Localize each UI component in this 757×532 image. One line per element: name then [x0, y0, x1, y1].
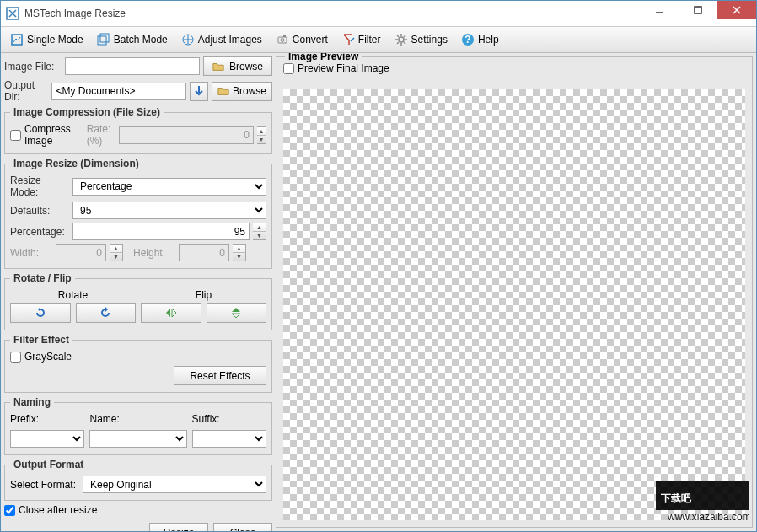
minimize-button[interactable] — [640, 1, 679, 19]
width-label: Width: — [10, 247, 52, 259]
output-dir-browse-button[interactable]: Browse — [212, 82, 272, 101]
resize-mode-select[interactable]: Percentage — [72, 178, 266, 196]
left-panel: Image File: Browse Output Dir: Browse — [4, 56, 272, 528]
select-format-select[interactable]: Keep Original — [83, 476, 266, 493]
close-button[interactable]: Close — [213, 523, 272, 531]
rotate-flip-legend: Rotate / Flip — [10, 272, 75, 284]
svg-rect-2 — [695, 7, 701, 13]
single-mode-button[interactable]: Single Mode — [4, 30, 89, 50]
svg-text:?: ? — [464, 34, 470, 46]
rotate-ccw-icon — [34, 306, 47, 320]
adjust-images-label: Adjust Images — [198, 34, 262, 46]
compress-rate-label: Rate: (%) — [87, 123, 115, 147]
compress-image-checkbox[interactable] — [10, 130, 21, 141]
reset-effects-button[interactable]: Reset Effects — [174, 366, 266, 385]
image-file-label: Image File: — [4, 61, 62, 73]
window-title: MSTech Image Resize — [24, 8, 126, 19]
maximize-button[interactable] — [679, 1, 717, 19]
output-dir-go-button[interactable] — [190, 82, 208, 101]
defaults-select[interactable]: 95 — [72, 202, 266, 219]
grayscale-checkbox[interactable] — [10, 352, 21, 363]
resize-legend: Image Resize (Dimension) — [10, 158, 142, 169]
width-spinner: ▲▼ — [110, 244, 123, 261]
resize-button[interactable]: Resize — [149, 523, 208, 531]
naming-legend: Naming — [10, 396, 54, 408]
suffix-select[interactable] — [192, 430, 266, 448]
main-toolbar: Single Mode Batch Mode Adjust Images Con… — [1, 26, 756, 53]
height-spinner: ▲▼ — [233, 244, 246, 261]
preview-final-image-checkbox[interactable] — [283, 63, 294, 74]
flip-label: Flip — [141, 289, 266, 303]
close-after-resize-label: Close after resize — [19, 504, 97, 516]
preview-canvas — [283, 89, 745, 520]
rotate-flip-group: Rotate / Flip Rotate Flip — [4, 272, 272, 330]
filter-icon — [341, 33, 355, 46]
resize-mode-label: Resize Mode: — [10, 175, 69, 198]
single-mode-icon — [10, 33, 24, 46]
single-mode-label: Single Mode — [27, 34, 83, 46]
svg-text:下载吧: 下载吧 — [660, 492, 692, 504]
application-window: MSTech Image Resize Single Mode Batch Mo… — [0, 0, 757, 532]
help-label: Help — [478, 34, 499, 46]
grayscale-label: GrayScale — [24, 351, 72, 363]
output-dir-input[interactable] — [51, 83, 186, 100]
prefix-label: Prefix: — [10, 413, 84, 425]
compression-group: Image Compression (File Size) Compress I… — [4, 106, 272, 154]
percentage-label: Percentage: — [10, 226, 69, 238]
preview-final-image-label: Preview Final Image — [298, 62, 389, 74]
svg-rect-7 — [100, 34, 109, 42]
help-button[interactable]: ? Help — [455, 30, 505, 50]
name-select[interactable] — [89, 430, 186, 448]
svg-line-23 — [404, 35, 405, 37]
batch-mode-label: Batch Mode — [114, 34, 168, 46]
svg-line-20 — [397, 35, 399, 37]
compress-image-label: Compress Image — [24, 123, 77, 147]
folder-icon — [217, 85, 229, 97]
image-file-browse-button[interactable]: Browse — [203, 56, 272, 76]
close-window-button[interactable] — [717, 1, 756, 19]
rotate-cw-icon — [99, 306, 112, 320]
height-label: Height: — [133, 247, 175, 259]
output-format-legend: Output Format — [10, 459, 87, 470]
naming-group: Naming Prefix: Name: Suffix: — [4, 396, 272, 455]
image-preview-group: Image Preview Preview Final Image 下载吧www… — [276, 56, 753, 528]
rotate-ccw-button[interactable] — [10, 303, 71, 323]
svg-rect-6 — [98, 36, 106, 45]
image-file-input[interactable] — [65, 57, 200, 75]
help-icon: ? — [461, 33, 475, 46]
adjust-icon — [181, 33, 195, 46]
suffix-label: Suffix: — [192, 413, 266, 425]
rotate-cw-button[interactable] — [76, 303, 137, 323]
filter-label: Filter — [358, 34, 381, 46]
svg-point-15 — [399, 37, 404, 42]
svg-point-12 — [281, 39, 284, 42]
svg-line-22 — [397, 42, 399, 44]
adjust-images-button[interactable]: Adjust Images — [175, 30, 268, 50]
convert-label: Convert — [293, 34, 328, 46]
svg-line-21 — [404, 42, 405, 44]
percentage-input[interactable] — [72, 223, 250, 240]
folder-icon — [212, 61, 224, 73]
compress-rate-spinner: ▲▼ — [257, 126, 266, 144]
app-icon — [6, 7, 19, 20]
resize-group: Image Resize (Dimension) Resize Mode: Pe… — [4, 158, 272, 269]
convert-button[interactable]: Convert — [270, 30, 334, 50]
filter-effect-group: Filter Effect GrayScale Reset Effects — [4, 334, 272, 393]
svg-line-14 — [351, 38, 354, 41]
settings-button[interactable]: Settings — [389, 30, 454, 50]
flip-horizontal-button[interactable] — [141, 303, 201, 323]
watermark-logo: 下载吧www.xiazaiba.com — [656, 481, 749, 524]
prefix-select[interactable] — [10, 430, 84, 448]
svg-text:www.xiazaiba.com: www.xiazaiba.com — [667, 511, 749, 523]
percentage-spinner[interactable]: ▲▼ — [253, 223, 266, 240]
image-preview-legend: Image Preview — [285, 53, 362, 62]
svg-rect-13 — [283, 35, 286, 37]
close-after-resize-checkbox[interactable] — [4, 505, 15, 516]
height-input — [179, 244, 229, 261]
output-dir-label: Output Dir: — [4, 79, 48, 103]
down-arrow-icon — [192, 84, 206, 98]
flip-vertical-button[interactable] — [207, 303, 267, 323]
select-format-label: Select Format: — [10, 479, 79, 491]
filter-button[interactable]: Filter — [336, 30, 387, 50]
batch-mode-button[interactable]: Batch Mode — [91, 30, 174, 50]
